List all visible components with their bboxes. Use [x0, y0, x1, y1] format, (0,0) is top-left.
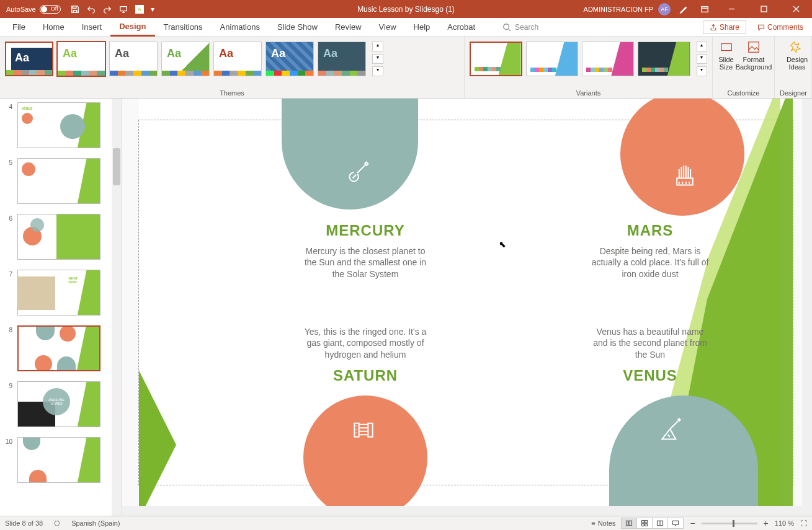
- tab-insert[interactable]: Insert: [73, 18, 111, 37]
- theme-tile-7[interactable]: Aa: [318, 42, 366, 76]
- reading-view-button[interactable]: [652, 518, 668, 529]
- autosave-toggle[interactable]: AutoSave Off: [6, 5, 61, 14]
- maximize-button[interactable]: [750, 0, 777, 18]
- variant-tile-3[interactable]: [582, 42, 634, 76]
- svg-rect-3: [721, 44, 731, 51]
- minimize-button[interactable]: [718, 0, 745, 18]
- tab-help[interactable]: Help: [405, 18, 439, 37]
- thumbnail-5[interactable]: 5: [4, 158, 109, 204]
- slide-size-button[interactable]: Slide Size: [718, 40, 734, 71]
- qat-customize-button[interactable]: ▾: [148, 1, 158, 17]
- redo-button[interactable]: [99, 1, 115, 17]
- theme-tile-2[interactable]: Aa: [57, 42, 105, 76]
- zoom-slider[interactable]: [702, 523, 757, 524]
- user-name: ADMINISTRACION FP: [584, 6, 653, 13]
- mercury-title: MERCURY: [303, 222, 427, 239]
- tab-home[interactable]: Home: [34, 18, 73, 37]
- variant-tile-1[interactable]: [470, 42, 522, 76]
- mars-title: MARS: [588, 222, 712, 239]
- autosave-label: AutoSave: [6, 6, 36, 13]
- themes-gallery-arrows: ▴ ▾ ▾: [372, 42, 383, 76]
- format-background-button[interactable]: Format Background: [738, 40, 769, 71]
- variant-tile-2[interactable]: [526, 42, 578, 76]
- venus-title: VENUS: [588, 367, 712, 384]
- theme-tile-5[interactable]: Aa: [213, 42, 262, 76]
- variant-tile-4[interactable]: [638, 42, 690, 76]
- tab-design[interactable]: Design: [110, 18, 154, 37]
- slideshow-view-button[interactable]: [667, 518, 684, 529]
- pen-icon[interactable]: [676, 1, 692, 17]
- theme-tile-4[interactable]: Aa: [161, 42, 210, 76]
- tab-transitions[interactable]: Transitions: [155, 18, 212, 37]
- designer-label: Designer: [780, 88, 806, 98]
- workspace: 4VENUS 5 6 7WHATTOPIC 8 9AWESOMEWORDS 10: [0, 99, 812, 516]
- svg-rect-8: [645, 521, 648, 523]
- thumbnail-4[interactable]: 4VENUS: [4, 102, 109, 148]
- themes-more-button[interactable]: ▾: [372, 66, 383, 76]
- thumbnail-panel: 4VENUS 5 6 7WHATTOPIC 8 9AWESOMEWORDS 10: [0, 99, 122, 516]
- thumbnail-10[interactable]: 10: [4, 437, 109, 483]
- mercury-text: Mercury is the closest planet to the Sun…: [303, 245, 427, 281]
- zoom-percent[interactable]: 110 %: [775, 519, 794, 527]
- themes-down-button[interactable]: ▾: [372, 54, 383, 64]
- search-placeholder: Search: [515, 23, 538, 32]
- slide-size-label: Slide Size: [718, 56, 734, 71]
- present-from-start-button[interactable]: [115, 1, 132, 17]
- variants-down-button[interactable]: ▾: [697, 54, 707, 64]
- format-bg-label: Format Background: [736, 56, 772, 71]
- canvas-horizontal-scrollbar[interactable]: [122, 506, 802, 516]
- accessibility-button[interactable]: A: [132, 1, 148, 17]
- tab-review[interactable]: Review: [326, 18, 370, 37]
- theme-tile-6[interactable]: Aa: [265, 42, 314, 76]
- avatar[interactable]: AF: [658, 3, 671, 15]
- design-ideas-button[interactable]: Design Ideas: [780, 40, 812, 71]
- variants-label: Variants: [470, 88, 707, 98]
- language-status[interactable]: Spanish (Spain): [71, 519, 120, 527]
- zoom-out-button[interactable]: −: [690, 518, 695, 528]
- accessibility-status-icon[interactable]: ⎔: [54, 519, 60, 528]
- notes-button[interactable]: ≡ Notes: [591, 519, 615, 527]
- undo-button[interactable]: [83, 1, 99, 17]
- ribbon-display-button[interactable]: [697, 1, 713, 17]
- theme-tile-current[interactable]: Aa: [5, 42, 53, 76]
- tab-acrobat[interactable]: Acrobat: [439, 18, 484, 37]
- svg-rect-5: [627, 521, 628, 526]
- themes-up-button[interactable]: ▴: [372, 42, 383, 51]
- thumbnail-9[interactable]: 9AWESOMEWORDS: [4, 381, 109, 427]
- zoom-in-button[interactable]: +: [764, 518, 769, 528]
- thumbnail-6[interactable]: 6: [4, 214, 109, 260]
- svg-rect-4: [749, 42, 759, 53]
- comments-button[interactable]: Comments: [752, 21, 808, 33]
- accordion-icon: [350, 414, 377, 446]
- slide-canvas[interactable]: MERCURY Mercury is the closest planet to…: [139, 99, 793, 507]
- svg-point-2: [504, 24, 509, 29]
- comments-label: Comments: [767, 23, 803, 32]
- canvas-vertical-scrollbar[interactable]: [802, 99, 812, 516]
- title-bar: AutoSave Off A ▾ Music Lesson by Slidesg…: [0, 0, 812, 18]
- svg-rect-10: [645, 524, 648, 526]
- slide-sorter-button[interactable]: [636, 518, 653, 529]
- save-button[interactable]: [67, 1, 83, 17]
- canvas-area[interactable]: MERCURY Mercury is the closest planet to…: [122, 99, 812, 516]
- customize-group: Slide Size Format Background Customize: [713, 37, 775, 98]
- share-label: Share: [720, 23, 739, 32]
- close-button[interactable]: [782, 0, 810, 18]
- thumbnail-8[interactable]: 8: [4, 325, 109, 371]
- tab-slide-show[interactable]: Slide Show: [269, 18, 326, 37]
- svg-rect-6: [629, 521, 632, 526]
- thumbnail-scrollbar[interactable]: [112, 99, 122, 516]
- fit-to-window-button[interactable]: ⛶: [800, 519, 807, 527]
- tab-file[interactable]: File: [4, 18, 34, 37]
- search-box[interactable]: Search: [502, 23, 538, 32]
- normal-view-button[interactable]: [621, 518, 637, 529]
- slide-counter[interactable]: Slide 8 of 38: [5, 519, 43, 527]
- tab-view[interactable]: View: [370, 18, 405, 37]
- variants-up-button[interactable]: ▴: [697, 42, 707, 51]
- tab-animations[interactable]: Animations: [212, 18, 269, 37]
- theme-tile-3[interactable]: Aa: [109, 42, 158, 76]
- variants-more-button[interactable]: ▾: [697, 66, 707, 76]
- svg-rect-9: [642, 524, 645, 526]
- share-button[interactable]: Share: [703, 20, 746, 34]
- autosave-switch[interactable]: Off: [40, 5, 61, 14]
- thumbnail-7[interactable]: 7WHATTOPIC: [4, 270, 109, 316]
